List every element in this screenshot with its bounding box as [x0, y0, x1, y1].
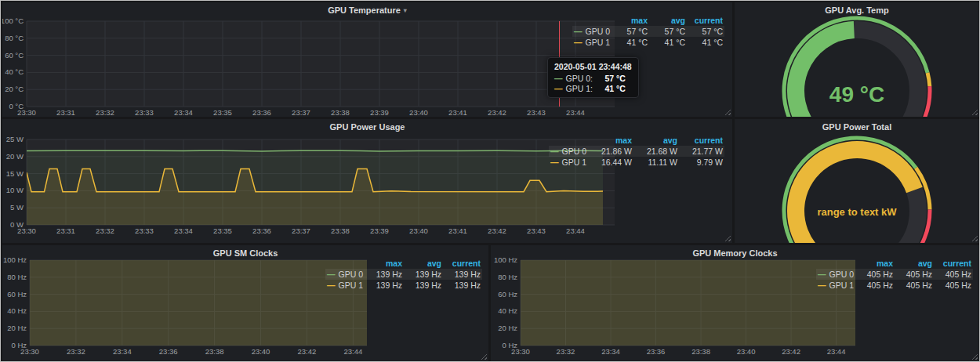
legend-series-label[interactable]: —GPU 0 — [572, 26, 612, 37]
svg-text:40 Hz: 40 Hz — [7, 306, 27, 315]
legend-value: 405 Hz — [855, 280, 895, 291]
svg-text:23:39: 23:39 — [370, 226, 389, 235]
svg-text:23:44: 23:44 — [343, 347, 362, 356]
svg-text:20 Hz: 20 Hz — [7, 324, 27, 332]
legend-series-label[interactable]: —GPU 0 — [549, 146, 588, 157]
legend-header: max — [365, 258, 404, 269]
legend-value: 9.79 W — [679, 157, 724, 168]
svg-text:23:32: 23:32 — [96, 226, 114, 235]
legend-value: 139 Hz — [443, 280, 482, 291]
series-color-swatch: — — [327, 281, 336, 290]
svg-text:23:35: 23:35 — [213, 226, 232, 235]
legend-table-temperature[interactable]: maxavgcurrent—GPU 057 °C57 °C57 °C—GPU 1… — [572, 15, 724, 48]
panel-title-gpu-avg-temp[interactable]: GPU Avg. Temp — [735, 5, 979, 15]
series-color-swatch: — — [327, 270, 336, 279]
legend-table-sm-clocks[interactable]: maxavgcurrent—GPU 0139 Hz139 Hz139 Hz—GP… — [325, 258, 482, 291]
legend-value: 57 °C — [649, 26, 687, 37]
panel-title-gpu-power-total[interactable]: GPU Power Total — [735, 122, 979, 132]
panel-title-gpu-sm-clocks[interactable]: GPU SM Clocks — [2, 248, 488, 258]
svg-text:23:32: 23:32 — [557, 347, 575, 356]
panel-title-text: GPU Power Usage — [330, 122, 405, 132]
svg-text:23:34: 23:34 — [601, 347, 620, 356]
svg-text:49 °C: 49 °C — [829, 82, 884, 107]
svg-text:23:34: 23:34 — [174, 226, 193, 235]
series-color-swatch: — — [574, 38, 583, 47]
legend-value: 41 °C — [687, 37, 724, 48]
series-color-swatch: — — [574, 27, 583, 36]
svg-text:23:35: 23:35 — [213, 108, 232, 117]
svg-text:23:36: 23:36 — [252, 226, 271, 235]
svg-text:80 Hz: 80 Hz — [498, 273, 517, 281]
panel-title-text: GPU Avg. Temp — [825, 5, 889, 15]
legend-value: 139 Hz — [365, 280, 404, 291]
legend-header: current — [934, 258, 973, 269]
legend-row[interactable]: —GPU 116.44 W11.11 W9.79 W — [549, 157, 724, 168]
legend-header: max — [588, 135, 633, 146]
svg-text:100 °C: 100 °C — [2, 16, 24, 25]
legend-header-row: maxavgcurrent — [816, 258, 973, 269]
svg-text:23:38: 23:38 — [331, 226, 350, 235]
panel-title-gpu-temperature[interactable]: GPU Temperature▾ — [2, 5, 732, 15]
legend-header-row: maxavgcurrent — [325, 258, 482, 269]
legend-row[interactable]: —GPU 1405 Hz405 Hz405 Hz — [816, 280, 973, 291]
svg-text:10 W: 10 W — [6, 186, 24, 194]
svg-text:20 °C: 20 °C — [5, 85, 24, 93]
legend-series-label[interactable]: —GPU 1 — [816, 280, 855, 291]
legend-header-row: maxavgcurrent — [549, 135, 724, 146]
legend-header: avg — [649, 15, 687, 26]
svg-text:23:34: 23:34 — [113, 347, 132, 356]
legend-series-label[interactable]: —GPU 1 — [325, 280, 365, 291]
svg-text:23:39: 23:39 — [370, 108, 389, 117]
gpu-avg-temp-gauge[interactable]: 49 °C — [735, 2, 979, 117]
svg-text:23:44: 23:44 — [566, 108, 585, 117]
legend-value: 57 °C — [687, 26, 724, 37]
legend-table-power[interactable]: maxavgcurrent—GPU 021.86 W21.68 W21.77 W… — [549, 135, 724, 168]
legend-row[interactable]: —GPU 0139 Hz139 Hz139 Hz — [325, 269, 482, 280]
legend-series-label[interactable]: —GPU 0 — [325, 269, 365, 280]
legend-row[interactable]: —GPU 141 °C41 °C41 °C — [572, 37, 724, 48]
svg-text:23:44: 23:44 — [566, 226, 585, 235]
svg-text:40 °C: 40 °C — [5, 67, 24, 76]
grafana-dashboard: GPU Temperature▾ 100 °C80 °C60 °C40 °C20… — [0, 0, 980, 362]
svg-text:60 °C: 60 °C — [5, 51, 24, 60]
svg-text:23:30: 23:30 — [20, 347, 39, 356]
svg-text:range to text kW: range to text kW — [817, 206, 897, 218]
svg-text:23:33: 23:33 — [135, 226, 154, 235]
panel-title-text: GPU SM Clocks — [213, 248, 278, 258]
series-color-swatch: — — [818, 270, 826, 279]
chevron-down-icon: ▾ — [404, 7, 407, 14]
legend-header: avg — [895, 258, 934, 269]
panel-title-text: GPU Temperature — [328, 5, 401, 15]
legend-header: max — [855, 258, 895, 269]
legend-header: current — [679, 135, 724, 146]
legend-series-label[interactable]: —GPU 1 — [572, 37, 612, 48]
chart-tooltip: 2020-05-01 23:44:48—GPU 0:57 °C—GPU 1:41… — [547, 57, 639, 98]
legend-header-row: maxavgcurrent — [572, 15, 724, 26]
svg-text:20 W: 20 W — [6, 152, 24, 161]
gpu-power-total-gauge[interactable]: range to text kW — [735, 119, 979, 243]
svg-text:23:43: 23:43 — [527, 108, 546, 117]
legend-series-label[interactable]: —GPU 0 — [816, 269, 855, 280]
legend-value: 41 °C — [649, 37, 687, 48]
legend-series-label[interactable]: —GPU 1 — [549, 157, 588, 168]
legend-value: 405 Hz — [895, 280, 934, 291]
svg-text:5 W: 5 W — [10, 203, 24, 212]
svg-text:60 Hz: 60 Hz — [7, 290, 27, 299]
svg-text:23:36: 23:36 — [159, 347, 178, 356]
svg-text:23:31: 23:31 — [56, 226, 75, 235]
legend-header: avg — [633, 135, 679, 146]
panel-title-gpu-power-usage[interactable]: GPU Power Usage — [2, 122, 732, 132]
legend-row[interactable]: —GPU 1139 Hz139 Hz139 Hz — [325, 280, 482, 291]
legend-row[interactable]: —GPU 021.86 W21.68 W21.77 W — [549, 146, 724, 157]
legend-row[interactable]: —GPU 057 °C57 °C57 °C — [572, 26, 724, 37]
legend-table-memory-clocks[interactable]: maxavgcurrent—GPU 0405 Hz405 Hz405 Hz—GP… — [816, 258, 973, 291]
svg-text:23:30: 23:30 — [17, 108, 36, 117]
series-color-swatch: — — [550, 157, 559, 167]
svg-text:23:42: 23:42 — [488, 226, 506, 235]
svg-text:23:38: 23:38 — [205, 347, 224, 356]
panel-title-gpu-memory-clocks[interactable]: GPU Memory Clocks — [491, 248, 979, 258]
legend-value: 21.68 W — [633, 146, 679, 157]
legend-row[interactable]: —GPU 0405 Hz405 Hz405 Hz — [816, 269, 973, 280]
legend-header: max — [612, 15, 649, 26]
svg-text:23:40: 23:40 — [737, 347, 756, 356]
